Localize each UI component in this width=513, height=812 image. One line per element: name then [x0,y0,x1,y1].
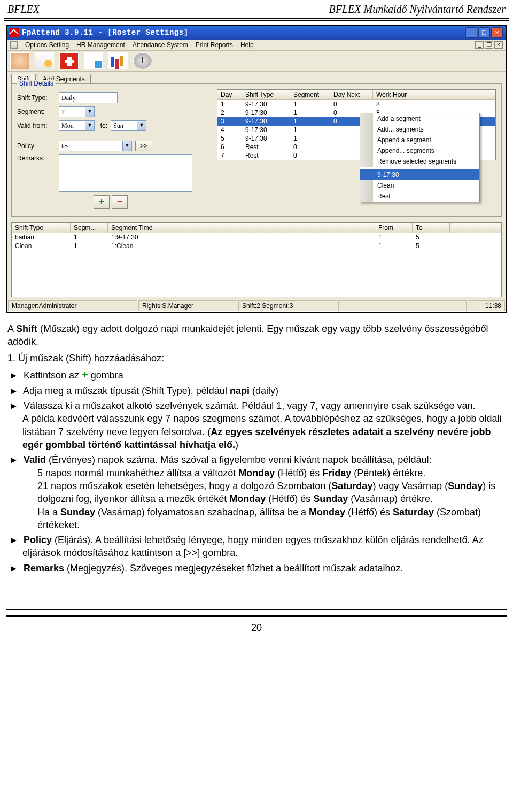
col2-segm[interactable]: Segm... [71,223,108,233]
txt: ) [235,439,238,450]
maximize-button[interactable]: □ [478,27,490,38]
menu-item[interactable]: Clean [360,180,479,191]
menu-item[interactable]: Rest [360,191,479,202]
table-row[interactable]: baiban11:9-17:3015 [12,233,501,242]
txt: Monday [238,468,275,478]
mdi-minimize[interactable]: _ [475,41,484,49]
add-button[interactable]: + [94,195,110,209]
footer-rule [6,609,507,612]
col-shift-type[interactable]: Shift Type [242,90,290,99]
txt: Monday [229,493,266,504]
remarks-textarea[interactable] [59,154,192,192]
intro-paragraph: A Shift (Műszak) egy adott dolgozó napi … [7,322,506,349]
list-item: Adja meg a műszak típusát (Shift Type), … [22,384,506,397]
menu-item[interactable]: Add... segments [360,124,479,135]
txt: Shift [16,323,37,334]
page-header: BFLEX BFLEX Munkaidő Nyilvántartó Rendsz… [0,0,513,18]
table-cell: 1 [290,126,330,134]
label-to: to: [95,122,111,129]
toolbar-form-icon[interactable] [35,52,54,69]
menu-gutter [360,156,373,167]
label-remarks: Remarks: [17,154,59,162]
valid-from-dd-icon[interactable]: ▼ [86,120,95,131]
table-row[interactable]: Clean11:Clean15 [12,242,501,250]
mdi-close[interactable]: × [494,41,503,49]
table-cell: 9-17:30 [242,117,290,126]
col-work-hour[interactable]: Work Hour [373,90,421,99]
segment-field[interactable] [59,106,86,117]
col2-shift-type[interactable]: Shift Type [12,223,71,233]
valid-from-field[interactable] [59,120,86,131]
table-cell: baiban [12,233,71,242]
txt: napi [230,385,250,396]
bullet-list: Kattintson az + gombra Adja meg a műszak… [7,368,506,575]
toolbar-doc-icon[interactable] [84,52,103,69]
table-cell: 7 [217,151,242,160]
tab-strip: Shift Add Segments [11,74,502,84]
remove-button[interactable]: − [112,195,128,209]
menu-item[interactable]: Add a segment [360,113,479,124]
menu-attendance[interactable]: Attendance System [133,41,188,49]
shift-summary-table[interactable]: Shift Type Segm... Segment Time From To … [11,222,502,297]
col2-segment-time[interactable]: Segment Time [108,223,375,233]
toolbar-clock-icon[interactable] [133,52,152,69]
menu-item[interactable]: Remove selected segments [360,156,479,167]
txt: (Eljárás). A beállítási lehetőség lényeg… [22,535,484,558]
txt: Kattintson az [24,370,82,381]
txt: Monday [309,507,345,517]
status-manager: Manager:Administrator [8,300,137,311]
close-button[interactable]: × [491,27,503,38]
menu-item[interactable]: Append a segment [360,135,479,145]
menu-gutter [360,145,373,156]
txt: (daily) [250,385,278,396]
group-legend: Shift Details [17,80,56,87]
form-column: Shift Type: Segment: ▼ Valid from: [17,89,204,209]
context-menu[interactable]: Add a segmentAdd... segmentsAppend a seg… [360,113,480,202]
table-cell: 0 [290,143,330,151]
label-policy: Policy [17,142,59,150]
list-item: Policy (Eljárás). A beállítási lehetőség… [22,533,506,560]
table-cell: 6 [217,143,242,151]
menu-item[interactable]: 9-17:30 [360,169,479,180]
txt: (Megjegyzés). Szöveges megjegyzéseket fű… [64,563,403,574]
system-menu-icon[interactable] [10,41,18,49]
menu-help[interactable]: Help [240,41,254,49]
col2-from[interactable]: From [375,223,413,233]
shift-type-field[interactable] [59,92,118,103]
col-segment[interactable]: Segment [290,90,330,99]
menu-print[interactable]: Print Reports [196,41,233,49]
policy-dd-icon[interactable]: ▼ [123,141,132,151]
txt: Sunday [313,493,348,504]
toolbar-user-icon[interactable] [10,52,29,69]
table-cell: 9-17:30 [242,100,290,109]
table-cell: Rest [242,143,290,151]
menu-separator [375,168,477,168]
mdi-restore[interactable]: ❐ [485,41,493,49]
menu-hr[interactable]: HR Management [76,41,125,49]
txt: Policy [24,535,52,545]
segment-dd-icon[interactable]: ▼ [86,106,95,117]
policy-more-button[interactable]: >> [135,141,152,151]
col-day[interactable]: Day [217,90,242,99]
list-item: Remarks (Megjegyzés). Szöveges megjegyzé… [22,562,506,575]
table-row[interactable]: 19-17:30108 [217,100,495,109]
col2-to[interactable]: To [413,223,450,233]
valid-to-field[interactable] [111,120,137,131]
txt: (Péntek) értékre. [351,468,425,478]
toolbar-chart-icon[interactable] [108,52,128,69]
segment-list-column: Day Shift Type Segment Day Next Work Hou… [217,89,496,209]
policy-field[interactable] [59,141,123,151]
window-title: FpAttend 3.9.11 - [Roster Settings] [22,28,189,37]
minimize-button[interactable]: _ [465,27,477,38]
header-right: BFLEX Munkaidő Nyilvántartó Rendszer [329,3,506,16]
txt: gombra [88,370,123,381]
menu-item-label: Clean [373,182,479,189]
menu-item[interactable]: Append... segments [360,145,479,156]
menu-options[interactable]: Options Setting [25,41,69,49]
table-cell: 1 [290,109,330,117]
valid-to-dd-icon[interactable]: ▼ [137,120,146,131]
list-item: Kattintson az + gombra [22,368,506,382]
col-day-next[interactable]: Day Next [330,90,373,99]
status-empty [338,300,467,311]
toolbar-add-icon[interactable] [59,52,79,69]
